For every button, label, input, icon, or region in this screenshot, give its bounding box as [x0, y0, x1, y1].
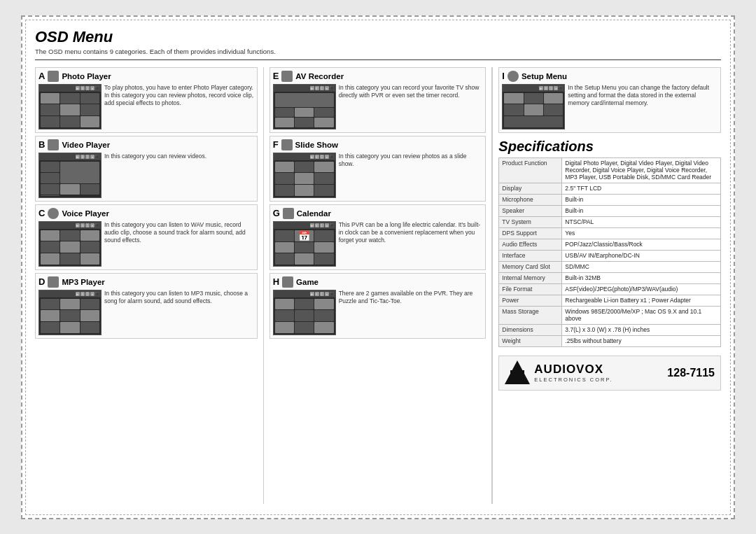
- spec-row-7: InterfaceUSB/AV IN/Earphone/DC-IN: [499, 250, 721, 261]
- av-icon: [281, 71, 293, 82]
- header-description: The OSD menu contains 9 categories. Each…: [35, 48, 721, 55]
- menu-i-text: In the Setup Menu you can change the fac…: [568, 84, 718, 129]
- menu-b-title: Video Player: [62, 141, 110, 149]
- menu-f-screenshot: ▶⏸1●⬛: [273, 153, 336, 198]
- menu-item-f: F Slide Show ▶⏸1●⬛: [270, 136, 486, 202]
- spec-label-4: TV System: [499, 216, 562, 227]
- menu-item-g: G Calendar ▶⏸1●⬛ 📅: [270, 204, 486, 270]
- spec-label-10: File Format: [499, 283, 562, 295]
- specs-table: Product FunctionDigital Photo Player, Di…: [498, 157, 721, 347]
- menu-item-b: B Video Player ▶⏸1●⬛: [35, 136, 258, 202]
- letter-d: D: [38, 276, 45, 287]
- menu-c-body: ▶⏸1●⬛: [38, 221, 254, 267]
- spec-value-2: Built-in: [562, 194, 721, 205]
- menu-g-text: This PVR can be a long life electric cal…: [339, 221, 483, 267]
- spec-value-5: Yes: [562, 227, 721, 239]
- menu-h-title: Game: [296, 278, 318, 286]
- calendar-icon: [283, 208, 294, 219]
- menu-d-body: ▶⏸1●⬛: [38, 290, 254, 335]
- spec-row-11: PowerRechargeable Li-ion Battery x1 ; Po…: [499, 295, 721, 306]
- spec-row-1: Display2.5" TFT LCD: [499, 183, 721, 194]
- spec-row-4: TV SystemNTSC/PAL: [499, 216, 721, 227]
- page: OSD Menu The OSD menu contains 9 categor…: [21, 15, 735, 519]
- spec-label-11: Power: [499, 295, 562, 306]
- menu-item-e-header: E AV Recorder: [273, 71, 483, 82]
- menu-item-g-header: G Calendar: [273, 208, 483, 219]
- spec-label-12: Mass Storage: [499, 306, 562, 324]
- setup-icon: [507, 71, 519, 82]
- spec-value-3: Built-in: [562, 205, 721, 216]
- spec-label-8: Memory Card Slot: [499, 261, 562, 272]
- menu-item-a-header: A Photo Player: [38, 71, 254, 82]
- menu-f-text: In this category you can review photos a…: [339, 153, 483, 198]
- brand-name: AUDIOVOX: [534, 363, 612, 377]
- model-number: 128-7115: [667, 367, 715, 379]
- mp3-icon: [48, 276, 59, 288]
- letter-a: A: [38, 71, 45, 81]
- middle-column: E AV Recorder ▶⏸1●⬛: [264, 67, 493, 504]
- spec-label-2: Microphone: [499, 194, 562, 205]
- right-column: I Setup Menu ▶⏸1●⬛: [492, 67, 721, 504]
- spec-row-12: Mass StorageWindows 98SE/2000/Me/XP ; Ma…: [499, 306, 721, 324]
- menu-i-title: Setup Menu: [522, 72, 567, 80]
- menu-item-e: E AV Recorder ▶⏸1●⬛: [270, 67, 486, 133]
- menu-a-text: To play photos, you have to enter Photo …: [104, 84, 254, 129]
- spec-value-14: .25lbs without battery: [562, 335, 721, 346]
- letter-f: F: [273, 139, 279, 150]
- letter-e: E: [273, 71, 279, 81]
- spec-row-14: Weight.25lbs without battery: [499, 335, 721, 346]
- menu-a-screenshot: ▶⏸1●⬛: [38, 84, 102, 129]
- spec-row-13: Dimensions3.7(L) x 3.0 (W) x .78 (H) inc…: [499, 324, 721, 335]
- spec-value-9: Built-in 32MB: [562, 272, 721, 283]
- spec-row-2: MicrophoneBuilt-in: [499, 194, 721, 205]
- menu-e-screenshot: ▶⏸1●⬛: [273, 84, 336, 129]
- logo-text: AUDIOVOX ELECTRONICS CORP.: [534, 363, 612, 383]
- menu-i-body: ▶⏸1●⬛ In the Setup Menu you can cha: [502, 84, 718, 129]
- slideshow-icon: [281, 139, 293, 150]
- menu-b-screenshot: ▶⏸1●⬛: [38, 153, 102, 198]
- spec-row-8: Memory Card SlotSD/MMC: [499, 261, 721, 272]
- menu-c-screenshot: ▶⏸1●⬛: [38, 221, 102, 267]
- menu-item-a: A Photo Player ▶⏸1●⬛: [35, 67, 258, 133]
- spec-value-8: SD/MMC: [562, 261, 721, 272]
- menu-d-text: In this category you can listen to MP3 m…: [104, 290, 254, 335]
- spec-row-9: Internal MemoryBuilt-in 32MB: [499, 272, 721, 283]
- logo-triangle-container: [505, 360, 530, 386]
- spec-label-1: Display: [499, 183, 562, 194]
- logo-section: AUDIOVOX ELECTRONICS CORP. 128-7115: [498, 356, 721, 391]
- menu-d-title: MP3 Player: [62, 278, 104, 286]
- letter-c: C: [38, 208, 45, 218]
- menu-item-c: C Voice Player ▶⏸1●⬛: [35, 204, 258, 270]
- spec-row-0: Product FunctionDigital Photo Player, Di…: [499, 157, 721, 183]
- menu-e-body: ▶⏸1●⬛ In this category you can reco: [273, 84, 483, 129]
- spec-label-13: Dimensions: [499, 324, 562, 335]
- menu-e-title: AV Recorder: [295, 72, 344, 80]
- spec-label-5: DPS Support: [499, 227, 562, 239]
- letter-h: H: [273, 276, 279, 287]
- brand-sub: ELECTRONICS CORP.: [534, 377, 612, 383]
- spec-row-5: DPS SupportYes: [499, 227, 721, 239]
- specs-section: Specifications Product FunctionDigital P…: [498, 139, 721, 347]
- menu-a-title: Photo Player: [62, 72, 111, 80]
- menu-item-h-header: H Game: [273, 276, 483, 288]
- left-column: A Photo Player ▶⏸1●⬛: [35, 67, 264, 504]
- logo-triangle-base: [510, 370, 524, 379]
- spec-value-4: NTSC/PAL: [562, 216, 721, 227]
- spec-label-3: Speaker: [499, 205, 562, 216]
- spec-label-14: Weight: [499, 335, 562, 346]
- menu-f-title: Slide Show: [295, 141, 338, 149]
- spec-value-11: Rechargeable Li-ion Battery x1 ; Power A…: [562, 295, 721, 306]
- letter-b: B: [38, 139, 45, 150]
- menu-a-body: ▶⏸1●⬛: [38, 84, 254, 129]
- spec-value-0: Digital Photo Player, Digital Video Play…: [562, 157, 721, 183]
- menu-g-screenshot: ▶⏸1●⬛ 📅: [273, 221, 336, 267]
- letter-g: G: [273, 208, 280, 218]
- page-title: OSD Menu: [35, 28, 721, 46]
- spec-row-10: File FormatASF(video)/JPEG(photo)/MP3/WA…: [499, 283, 721, 295]
- menu-f-body: ▶⏸1●⬛: [273, 153, 483, 198]
- main-grid: A Photo Player ▶⏸1●⬛: [35, 67, 721, 504]
- menu-b-body: ▶⏸1●⬛ In this category you can revi: [38, 153, 254, 198]
- menu-item-d-header: D MP3 Player: [38, 276, 254, 288]
- game-icon: [282, 276, 293, 288]
- menu-e-text: In this category you can record your fav…: [339, 84, 483, 129]
